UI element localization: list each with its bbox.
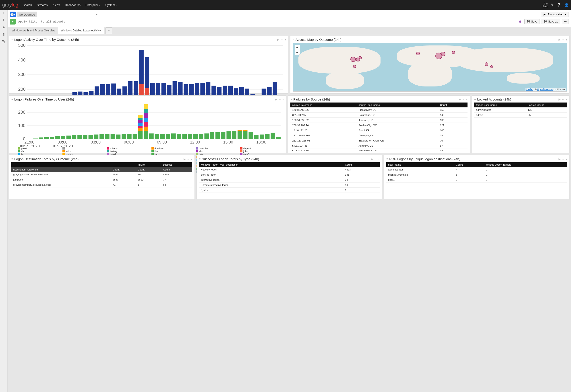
- drag-handle-icon[interactable]: ≡: [199, 157, 201, 161]
- widget-menu-icon[interactable]: ▾: [466, 98, 468, 101]
- table-row[interactable]: Service logon181: [199, 172, 380, 177]
- drag-handle-icon[interactable]: ≡: [386, 157, 388, 161]
- widget-move-icon[interactable]: ↔: [562, 157, 565, 161]
- time-config-button[interactable]: 🕑▾: [10, 12, 16, 17]
- table-row[interactable]: 117.139.87.102Chengdu, CN78: [290, 133, 468, 138]
- table-row[interactable]: 200.92.202.14Puebla City, MX121: [290, 123, 468, 128]
- sidebar-paragraph-icon[interactable]: ¶: [3, 32, 5, 37]
- widget-play-icon[interactable]: ▶: [459, 98, 461, 101]
- widget-play-icon[interactable]: ▶: [558, 98, 560, 101]
- table-row[interactable]: jumpbox2887281077: [11, 177, 192, 182]
- nav-system[interactable]: System: [105, 3, 117, 7]
- widget-menu-icon[interactable]: ▾: [282, 98, 284, 101]
- filter-input[interactable]: [17, 19, 518, 25]
- nav-dashboards[interactable]: Dashboards: [65, 3, 81, 7]
- table-row[interactable]: admin25: [474, 112, 567, 118]
- table-row[interactable]: michael.wenthold81: [386, 172, 567, 177]
- widget-play-icon[interactable]: ▶: [184, 157, 186, 161]
- widget-play-icon[interactable]: ▶: [371, 157, 373, 161]
- widget-play-icon[interactable]: ▶: [558, 157, 560, 161]
- table-row[interactable]: administrator41: [386, 167, 567, 172]
- drag-handle-icon[interactable]: ≡: [474, 98, 476, 101]
- save-as-button[interactable]: 💾 Save as: [542, 19, 560, 24]
- table-row[interactable]: graylogmember1.grayloglab.local71368: [11, 182, 192, 187]
- widget-play-icon[interactable]: ▶: [275, 98, 277, 101]
- widget-menu-icon[interactable]: ▾: [285, 38, 286, 41]
- drag-handle-icon[interactable]: ≡: [11, 157, 13, 161]
- widget-play-icon[interactable]: ▶: [558, 38, 560, 41]
- svg-rect-180: [276, 137, 281, 139]
- table-row[interactable]: 3.22.60.215Columbus, US148: [290, 112, 468, 118]
- osm-link[interactable]: OpenStreetMap: [537, 88, 553, 91]
- legend-item[interactable]: consultor: [196, 147, 239, 150]
- table-row[interactable]: user121: [386, 177, 567, 182]
- widget-menu-icon[interactable]: ▾: [191, 157, 192, 161]
- leaflet-link[interactable]: Leaflet: [527, 88, 533, 91]
- help-icon[interactable]: ❔: [557, 3, 561, 7]
- widget-move-icon[interactable]: ↔: [562, 38, 565, 41]
- nav-search[interactable]: Search: [23, 3, 32, 7]
- legend-item[interactable]: jobs: [240, 150, 284, 153]
- drag-handle-icon[interactable]: ≡: [290, 98, 292, 101]
- refresh-button[interactable]: ▶ Not updating ▾: [541, 12, 569, 17]
- save-button[interactable]: 💾 Save: [524, 19, 540, 24]
- more-actions-button[interactable]: ⋯: [562, 19, 569, 24]
- edit-icon[interactable]: ✎: [551, 3, 554, 7]
- drag-handle-icon[interactable]: ≡: [293, 38, 294, 41]
- widget-menu-icon[interactable]: ▾: [566, 38, 567, 41]
- widget-play-icon[interactable]: ▶: [277, 38, 279, 41]
- nav-enterprise[interactable]: Enterprise: [86, 3, 100, 7]
- table-row[interactable]: 140.82.46.136Piscataway, US159: [290, 107, 468, 112]
- table-row[interactable]: Interactive logon24: [199, 177, 380, 182]
- map-zoom-out[interactable]: −: [295, 50, 300, 55]
- nav-streams[interactable]: Streams: [37, 3, 47, 7]
- user-icon[interactable]: 👤: [564, 3, 569, 7]
- tab-add-button[interactable]: +: [105, 28, 112, 34]
- table-row[interactable]: System1: [199, 188, 380, 193]
- widget-menu-icon[interactable]: ▾: [566, 98, 567, 101]
- legend-item[interactable]: visitor: [62, 150, 106, 153]
- widget-menu-icon[interactable]: ▾: [566, 157, 567, 161]
- table-row[interactable]: grayloglabdc1.grayloglab.local4597294568: [11, 172, 192, 177]
- tab-detailed-logon[interactable]: Windows Detailed Logon Activity: [58, 27, 104, 34]
- access-map[interactable]: + − Leaflet | © OpenStreetMap contributo…: [293, 43, 567, 92]
- nav-alerts[interactable]: Alerts: [53, 3, 60, 7]
- tab-overview[interactable]: Windows Auth and Access Overview: [9, 27, 58, 34]
- table-row[interactable]: administrator135: [474, 107, 567, 112]
- table-row[interactable]: 54.81.124.43Ashburn, US57: [290, 143, 468, 148]
- legend-item[interactable]: t1: [62, 147, 106, 150]
- legend-item[interactable]: dbadmin: [151, 147, 195, 150]
- legend-item[interactable]: lisa: [151, 150, 195, 153]
- legend-item[interactable]: deposito: [240, 147, 284, 150]
- widget-menu-icon[interactable]: ▾: [378, 157, 380, 161]
- map-zoom-in[interactable]: +: [295, 45, 300, 50]
- filter-toggle-button[interactable]: ▾: [10, 19, 16, 25]
- drag-handle-icon[interactable]: ≡: [11, 38, 13, 41]
- legend-item[interactable]: guest: [18, 147, 61, 150]
- svg-rect-170: [232, 131, 236, 139]
- legend-item[interactable]: roberto: [107, 147, 150, 150]
- legend-item[interactable]: testing: [107, 150, 150, 153]
- widget-move-icon[interactable]: ↔: [374, 157, 377, 161]
- table-row[interactable]: 14.46.112.201Gumi, KR103: [290, 128, 468, 133]
- sidebar-collapse-icon[interactable]: ›: [3, 11, 4, 15]
- sidebar-info-icon[interactable]: i: [3, 18, 4, 22]
- table-row[interactable]: 158.51.39.132Ashburn, US130: [290, 118, 468, 123]
- table-row[interactable]: Network logon4493: [199, 167, 380, 172]
- svg-rect-165: [204, 133, 209, 139]
- widget-move-icon[interactable]: ↔: [281, 38, 283, 41]
- widget-move-icon[interactable]: ↔: [562, 98, 565, 101]
- legend-item[interactable]: abc: [18, 150, 61, 153]
- svg-rect-133: [94, 135, 98, 139]
- sidebar-subscript-icon[interactable]: X1: [2, 40, 5, 44]
- legend-item[interactable]: abid: [196, 150, 239, 153]
- table-row[interactable]: 52.149.147.185Washington, US53: [290, 148, 468, 152]
- sidebar-add-icon[interactable]: +: [3, 25, 5, 29]
- widget-move-icon[interactable]: ↔: [278, 98, 281, 101]
- timerange-override-select[interactable]: No Override: [17, 12, 37, 17]
- table-row[interactable]: RemoteInteractive logon14: [199, 182, 380, 188]
- widget-move-icon[interactable]: ↔: [462, 98, 465, 101]
- widget-move-icon[interactable]: ↔: [187, 157, 190, 161]
- drag-handle-icon[interactable]: ≡: [11, 98, 13, 101]
- table-row[interactable]: 212.113.218.98Bradford-on-Avon, GB76: [290, 138, 468, 143]
